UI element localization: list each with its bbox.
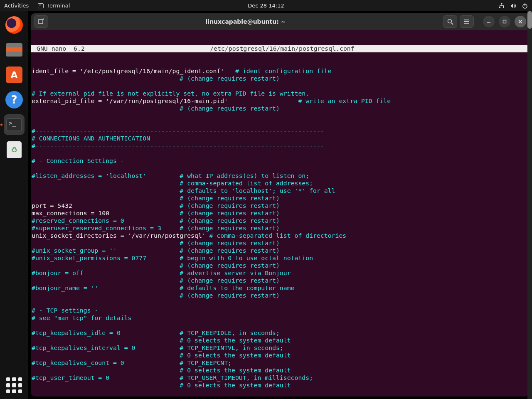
dock-item-software[interactable]: A [4,64,25,85]
nano-line: #unix_socket_permissions = 0777 # begin … [32,254,530,262]
nano-header: GNU nano 6.2 /etc/postgresql/16/main/pos… [31,45,530,52]
dock-item-help[interactable]: ? [4,89,25,110]
nano-line: # 0 selects the system default [32,367,530,374]
nano-line: #tcp_user_timeout = 0 # TCP_USER_TIMEOUT… [32,374,530,382]
search-button[interactable] [443,15,457,28]
nano-line [32,112,530,120]
nano-line: unix_socket_directories = '/var/run/post… [32,232,530,239]
terminal-body[interactable]: GNU nano 6.2 /etc/postgresql/16/main/pos… [31,30,530,397]
nano-line: #listen_addresses = 'localhost' # what I… [32,172,530,180]
dock-item-firefox[interactable] [4,15,25,35]
svg-rect-15 [464,21,469,22]
nano-line [32,82,530,90]
nano-line: port = 5432 # (change requires restart) [32,202,530,209]
nano-line: #tcp_keepalives_count = 0 # TCP_KEEPCNT; [32,359,530,367]
help-icon: ? [5,91,23,108]
nano-line: # (change requires restart) [32,262,530,269]
dock-item-files[interactable] [4,39,25,60]
nano-line: #unix_socket_group = '' # (change requir… [32,247,530,254]
nano-content[interactable]: ident_file = '/etc/postgresql/16/main/pg… [31,67,530,397]
nano-line: #bonjour = off # advertise server via Bo… [32,269,530,277]
terminal-window: linuxcapable@ubuntu: ~ GNU nano 6.2 /etc… [31,13,530,397]
files-icon [6,43,22,57]
window-titlebar: linuxcapable@ubuntu: ~ [31,13,530,30]
dock-item-trash[interactable]: ♻ [4,139,25,160]
nano-line: # comma-separated list of addresses; [32,180,530,187]
svg-rect-8 [525,3,525,6]
nano-line: # see "man tcp" for details [32,314,530,322]
nano-line [32,150,530,157]
svg-rect-1 [499,7,500,8]
nano-line: external_pid_file = '/var/run/postgresql… [32,97,530,105]
firefox-icon [5,16,23,34]
window-title: linuxcapable@ubuntu: ~ [51,18,441,25]
svg-rect-2 [503,7,504,8]
nano-filename: /etc/postgresql/16/main/postgresql.conf [85,45,530,52]
nano-line: #bonjour_name = '' # defaults to the com… [32,284,530,292]
nano-line: #tcp_keepalives_interval = 0 # TCP_KEEPI… [32,344,530,352]
svg-rect-18 [503,20,506,23]
nano-line: # 0 selects the system default [32,337,530,344]
nano-line: # (change requires restart) [32,239,530,247]
svg-line-13 [451,23,453,25]
nano-line [32,389,530,397]
show-applications-button[interactable] [6,377,22,393]
power-icon[interactable] [522,3,528,9]
activities-button[interactable]: Activities [4,2,29,9]
nano-line: # defaults to 'localhost'; use '*' for a… [32,187,530,195]
svg-rect-14 [464,20,469,20]
terminal-icon: >_ [6,118,22,131]
svg-rect-16 [464,23,469,24]
nano-line: # (change requires restart) [32,292,530,299]
svg-rect-5 [500,5,500,7]
clock[interactable]: Dec 28 14:12 [248,2,284,9]
nano-line [32,299,530,307]
nano-line: # (change requires restart) [32,105,530,112]
nano-line [32,165,530,172]
maximize-button[interactable] [499,16,510,27]
nano-line: #tcp_keepalives_idle = 0 # TCP_KEEPIDLE,… [32,329,530,337]
nano-line: # If external_pid_file is not explicitly… [32,90,530,97]
svg-rect-9 [39,20,43,24]
terminal-icon [38,3,44,8]
active-app-name: Terminal [47,2,70,9]
nano-line: #superuser_reserved_connections = 3 # (c… [32,224,530,232]
nano-line: # CONNECTIONS AND AUTHENTICATION [32,135,530,142]
nano-line: # (change requires restart) [32,75,530,82]
nano-version: GNU nano 6.2 [31,45,85,52]
software-icon: A [6,66,22,83]
gnome-top-bar: Activities Terminal Dec 28 14:12 [0,0,532,11]
svg-rect-11 [43,18,44,20]
new-tab-button[interactable] [34,15,48,28]
nano-line: # - Connection Settings - [32,157,530,165]
nano-line: # (change requires restart) [32,195,530,202]
nano-line: #---------------------------------------… [32,127,530,135]
nano-line: # - TCP settings - [32,307,530,314]
svg-rect-4 [500,5,504,6]
nano-line: max_connections = 100 # (change requires… [32,209,530,217]
nano-line [32,120,530,127]
trash-icon: ♻ [7,141,22,158]
volume-icon[interactable] [510,3,516,9]
dock-item-terminal[interactable]: >_ [4,114,25,135]
dock: A ? >_ ♻ [0,11,28,399]
nano-line: #---------------------------------------… [32,142,530,150]
hamburger-menu-button[interactable] [460,15,474,28]
nano-line: # 0 selects the system default [32,382,530,389]
nano-line: #reserved_connections = 0 # (change requ… [32,217,530,224]
nano-line: # (change requires restart) [32,277,530,284]
svg-rect-17 [487,22,490,23]
svg-rect-6 [503,5,504,7]
close-button[interactable] [515,16,526,27]
svg-point-12 [448,20,452,23]
svg-rect-0 [501,3,502,4]
active-app-indicator[interactable]: Terminal [38,2,70,9]
scrollbar-thumb[interactable] [527,11,532,29]
minimize-button[interactable] [483,16,495,27]
nano-line: # 0 selects the system default [32,352,530,359]
network-icon[interactable] [499,3,505,9]
nano-line [32,322,530,329]
nano-line: ident_file = '/etc/postgresql/16/main/pg… [32,67,530,75]
scrollbar[interactable] [527,11,532,399]
